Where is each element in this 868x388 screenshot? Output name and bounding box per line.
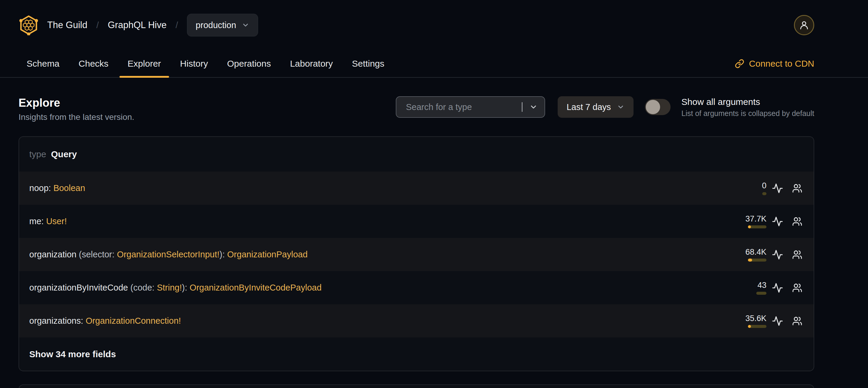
field-text: (selector:	[79, 249, 117, 259]
field-text: organization	[29, 249, 79, 259]
field-stats-block: 68.4K	[743, 247, 804, 262]
request-count: 43	[757, 281, 767, 290]
page-title: Explore	[19, 96, 134, 110]
usage-bar	[756, 292, 767, 295]
type-kind-label: type	[29, 149, 46, 159]
field-stats-block: 43	[743, 281, 804, 295]
field-activity-button[interactable]	[771, 316, 784, 327]
field-stats-block: 37.7K	[743, 214, 804, 228]
request-count: 37.7K	[745, 214, 767, 223]
type-link[interactable]: OrganizationConnection!	[86, 316, 181, 326]
type-link[interactable]: User!	[46, 216, 67, 226]
type-card-query: type Query noop: Boolean 0	[19, 136, 814, 371]
tab-operations[interactable]: Operations	[219, 50, 279, 77]
field-text: ):	[220, 249, 227, 259]
type-link[interactable]: OrganizationPayload	[227, 249, 308, 259]
field-row: organizationByInviteCode (code: String!)…	[19, 271, 814, 304]
user-avatar[interactable]	[794, 15, 814, 35]
usage-bar-highlight	[748, 325, 751, 328]
activity-icon	[772, 282, 783, 294]
chevron-down-icon	[617, 103, 625, 111]
breadcrumb: The Guild / GraphQL Hive / production	[19, 14, 258, 36]
type-link[interactable]: OrganizationSelectorInput!	[117, 249, 219, 259]
field-activity-button[interactable]	[771, 183, 784, 194]
type-link[interactable]: Boolean	[54, 183, 85, 193]
field-users-button[interactable]	[791, 249, 804, 260]
toggle-label: Show all arguments	[681, 96, 814, 107]
field-users-button[interactable]	[791, 283, 804, 293]
field-activity-button[interactable]	[771, 282, 784, 294]
tab-laboratory[interactable]: Laboratory	[282, 50, 341, 77]
page-heading: Explore Insights from the latest version…	[19, 96, 134, 122]
field-activity-button[interactable]	[771, 216, 784, 227]
next-type-card	[19, 384, 814, 388]
nav-tabs: SchemaChecksExplorerHistoryOperationsLab…	[19, 50, 393, 77]
tab-checks[interactable]: Checks	[70, 50, 117, 77]
type-link[interactable]: OrganizationByInviteCodePayload	[190, 283, 322, 292]
field-signature: organization (selector: OrganizationSele…	[29, 249, 308, 260]
user-icon	[799, 20, 809, 30]
field-usage-stats: 68.4K	[743, 247, 767, 262]
usage-bar	[748, 259, 767, 262]
connect-to-cdn-label: Connect to CDN	[749, 59, 814, 69]
tab-schema[interactable]: Schema	[19, 50, 67, 77]
activity-icon	[772, 216, 783, 227]
usage-bar-highlight	[748, 226, 751, 228]
field-stats-block: 0	[743, 181, 804, 195]
request-count: 0	[762, 181, 767, 190]
activity-icon	[772, 249, 783, 260]
field-text: noop:	[29, 183, 54, 193]
date-range-button[interactable]: Last 7 days	[558, 96, 633, 118]
field-row: noop: Boolean 0	[19, 172, 814, 205]
tab-history[interactable]: History	[172, 50, 216, 77]
field-row: organizations: OrganizationConnection! 3…	[19, 304, 814, 337]
field-usage-stats: 37.7K	[743, 214, 767, 228]
activity-icon	[772, 316, 783, 327]
connect-to-cdn-button[interactable]: Connect to CDN	[735, 59, 814, 69]
type-search-input[interactable]	[396, 102, 522, 112]
request-count: 35.6K	[745, 314, 767, 323]
usage-bar	[762, 192, 767, 195]
toggle-labels: Show all arguments List of arguments is …	[681, 96, 814, 117]
field-activity-button[interactable]	[771, 249, 784, 260]
field-text: organizations:	[29, 316, 86, 326]
type-name[interactable]: Query	[51, 149, 77, 159]
toggle-knob	[646, 100, 660, 114]
field-signature: organizationByInviteCode (code: String!)…	[29, 283, 322, 293]
field-usage-stats: 0	[743, 181, 767, 195]
field-text: (code:	[130, 283, 157, 292]
field-usage-stats: 35.6K	[743, 314, 767, 328]
target-selector-value: production	[196, 20, 236, 30]
field-signature: organizations: OrganizationConnection!	[29, 316, 181, 326]
users-icon	[792, 249, 802, 260]
field-signature: noop: Boolean	[29, 183, 85, 193]
primary-nav: SchemaChecksExplorerHistoryOperationsLab…	[0, 50, 868, 78]
users-icon	[792, 216, 802, 227]
type-card-header: type Query	[19, 137, 814, 172]
type-link[interactable]: String!	[157, 283, 182, 292]
show-all-arguments-toggle[interactable]	[645, 99, 671, 115]
breadcrumb-organization[interactable]: The Guild	[47, 20, 87, 30]
top-bar: The Guild / GraphQL Hive / production	[0, 0, 868, 50]
field-text: ):	[182, 283, 190, 292]
type-search-combobox	[396, 96, 545, 118]
field-users-button[interactable]	[791, 216, 804, 227]
breadcrumb-separator: /	[96, 20, 99, 30]
field-users-button[interactable]	[791, 316, 804, 326]
target-selector-button[interactable]: production	[187, 14, 258, 36]
combobox-open-button[interactable]	[522, 103, 545, 111]
chevron-down-icon	[242, 21, 249, 29]
tab-explorer[interactable]: Explorer	[120, 50, 169, 77]
hive-logo-icon[interactable]	[19, 15, 39, 35]
tab-settings[interactable]: Settings	[344, 50, 392, 77]
show-more-fields-button[interactable]: Show 34 more fields	[19, 337, 814, 371]
users-icon	[792, 316, 802, 326]
field-users-button[interactable]	[791, 183, 804, 193]
request-count: 68.4K	[745, 247, 767, 257]
link-icon	[735, 59, 744, 68]
field-row: organization (selector: OrganizationSele…	[19, 238, 814, 271]
users-icon	[792, 183, 802, 193]
breadcrumb-project[interactable]: GraphQL Hive	[108, 20, 167, 30]
usage-bar-highlight	[748, 259, 752, 262]
usage-bar	[748, 226, 767, 228]
